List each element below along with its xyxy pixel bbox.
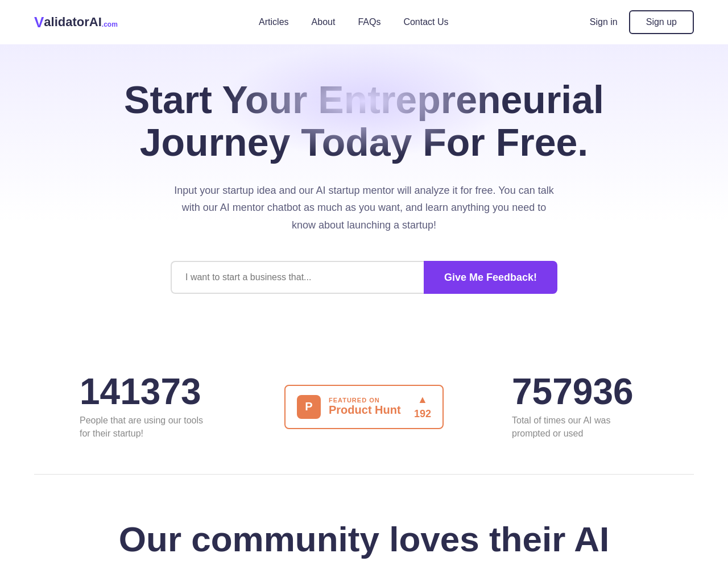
- stat-users-label: People that are using our tools for thei…: [80, 414, 216, 440]
- hero-title: Start Your Entrepreneurial Journey Today…: [119, 78, 609, 164]
- hero-form: Give Me Feedback!: [171, 261, 557, 294]
- ph-upvote-icon: ▲: [417, 394, 428, 406]
- stat-users-number: 141373: [80, 373, 216, 410]
- startup-idea-input[interactable]: [171, 261, 424, 294]
- community-section: Our community loves their AI: [0, 475, 728, 581]
- nav-item-contact[interactable]: Contact Us: [403, 17, 448, 27]
- stats-section: 141373 People that are using our tools f…: [0, 339, 728, 474]
- nav-links: Articles About FAQs Contact Us: [259, 17, 448, 27]
- sign-up-button[interactable]: Sign up: [629, 10, 694, 34]
- nav-auth: Sign in Sign up: [590, 10, 694, 34]
- hero-subtitle: Input your startup idea and our AI start…: [171, 182, 557, 234]
- stat-users: 141373 People that are using our tools f…: [80, 373, 216, 440]
- logo-dot: .com: [102, 20, 118, 28]
- navbar: V alidatorAI .com Articles About FAQs Co…: [0, 0, 728, 44]
- logo[interactable]: V alidatorAI .com: [34, 14, 118, 31]
- logo-text: alidatorAI: [44, 15, 101, 30]
- logo-v-letter: V: [34, 14, 44, 31]
- nav-link-faqs[interactable]: FAQs: [358, 17, 380, 27]
- stat-prompts-label: Total of times our AI was prompted or us…: [512, 414, 648, 440]
- community-heading: Our community loves their AI: [23, 520, 705, 559]
- nav-link-about[interactable]: About: [312, 17, 336, 27]
- nav-item-faqs[interactable]: FAQs: [358, 17, 380, 27]
- nav-link-articles[interactable]: Articles: [259, 17, 288, 27]
- ph-votes: ▲ 192: [414, 394, 431, 420]
- product-hunt-text: FEATURED ON Product Hunt: [329, 397, 401, 417]
- hero-section: Start Your Entrepreneurial Journey Today…: [0, 44, 728, 339]
- nav-link-contact[interactable]: Contact Us: [403, 17, 448, 27]
- nav-item-about[interactable]: About: [312, 17, 336, 27]
- ph-featured-label: FEATURED ON: [329, 397, 401, 404]
- stat-prompts: 757936 Total of times our AI was prompte…: [512, 373, 648, 440]
- ph-vote-count: 192: [414, 408, 431, 420]
- sign-in-button[interactable]: Sign in: [590, 17, 618, 27]
- feedback-button[interactable]: Give Me Feedback!: [424, 261, 557, 294]
- ph-name: Product Hunt: [329, 404, 401, 417]
- product-hunt-logo: P: [297, 395, 321, 419]
- nav-item-articles[interactable]: Articles: [259, 17, 288, 27]
- product-hunt-badge[interactable]: P FEATURED ON Product Hunt ▲ 192: [284, 385, 444, 429]
- stat-prompts-number: 757936: [512, 373, 648, 410]
